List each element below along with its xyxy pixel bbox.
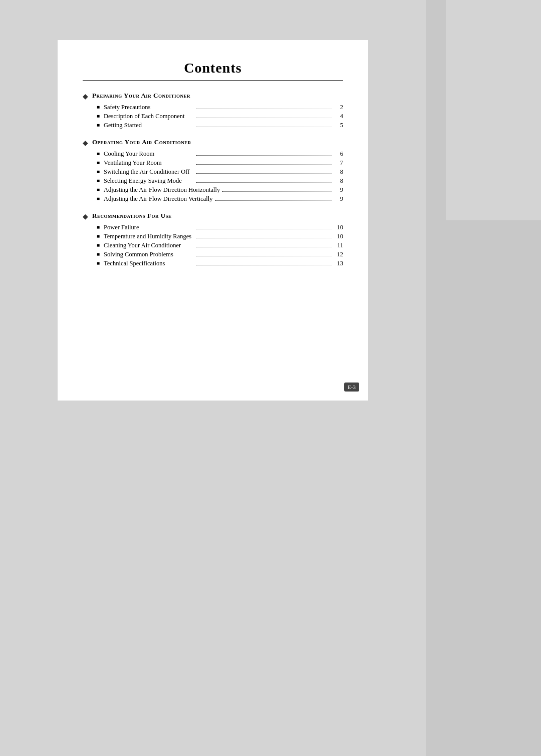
toc-sections: ◆Preparing Your Air Conditioner■Safety P… xyxy=(83,92,343,267)
toc-dots xyxy=(196,164,332,165)
section-preparing: ◆Preparing Your Air Conditioner■Safety P… xyxy=(83,92,343,129)
toc-item-text: Adjusting the Air Flow Direction Vertica… xyxy=(104,195,212,203)
toc-item-text: Cleaning Your Air Conditioner xyxy=(104,242,194,249)
page-title: Contents xyxy=(83,60,343,76)
toc-page-number: 8 xyxy=(334,177,343,185)
bullet-icon: ■ xyxy=(97,187,100,192)
toc-dots xyxy=(215,200,333,201)
toc-dots xyxy=(196,155,332,156)
toc-item: ■Getting Started5 xyxy=(97,122,343,129)
toc-page-number: 9 xyxy=(334,195,343,203)
toc-page-number: 7 xyxy=(334,159,343,167)
toc-dots xyxy=(196,173,332,174)
diamond-icon: ◆ xyxy=(83,92,88,101)
toc-item: ■Adjusting the Air Flow Direction Vertic… xyxy=(97,195,343,203)
diamond-icon: ◆ xyxy=(83,212,88,221)
toc-page-number: 10 xyxy=(334,224,343,231)
toc-page-number: 4 xyxy=(334,113,343,120)
section-recommendations-items: ■Power Failure10■Temperature and Humidit… xyxy=(97,224,343,267)
toc-item: ■Cleaning Your Air Conditioner11 xyxy=(97,242,343,249)
toc-dots xyxy=(196,256,332,256)
toc-item-text: Ventilating Your Room xyxy=(104,159,194,167)
toc-page-number: 5 xyxy=(334,122,343,129)
toc-item-text: Description of Each Component xyxy=(104,113,194,120)
toc-page-number: 6 xyxy=(334,150,343,158)
bullet-icon: ■ xyxy=(97,169,100,174)
section-operating-heading: ◆Operating Your Air Conditioner xyxy=(83,138,343,147)
toc-dots xyxy=(196,229,332,229)
bullet-icon: ■ xyxy=(97,104,100,110)
toc-item-text: Adjusting the Air Flow Direction Horizon… xyxy=(104,186,220,194)
bullet-icon: ■ xyxy=(97,242,100,248)
toc-page-number: 2 xyxy=(334,104,343,111)
right-sidebar xyxy=(426,0,541,756)
toc-dots xyxy=(196,182,332,183)
toc-item: ■Temperature and Humidity Ranges10 xyxy=(97,233,343,240)
toc-item-text: Solving Common Problems xyxy=(104,251,194,258)
toc-page-number: 13 xyxy=(334,260,343,267)
bullet-icon: ■ xyxy=(97,233,100,239)
toc-dots xyxy=(196,265,332,265)
toc-item: ■Switching the Air Conditioner Off8 xyxy=(97,168,343,176)
toc-item: ■Solving Common Problems12 xyxy=(97,251,343,258)
toc-item-text: Getting Started xyxy=(104,122,194,129)
right-sidebar-inner xyxy=(446,0,541,220)
toc-item: ■Description of Each Component4 xyxy=(97,113,343,120)
bullet-icon: ■ xyxy=(97,178,100,183)
bullet-icon: ■ xyxy=(97,151,100,156)
section-operating: ◆Operating Your Air Conditioner■Cooling … xyxy=(83,138,343,203)
toc-dots xyxy=(196,109,332,109)
bullet-icon: ■ xyxy=(97,160,100,165)
bullet-icon: ■ xyxy=(97,260,100,266)
section-preparing-items: ■Safety Precautions2■Description of Each… xyxy=(97,104,343,129)
toc-item: ■Power Failure10 xyxy=(97,224,343,231)
toc-item-text: Safety Precautions xyxy=(104,104,194,111)
toc-item-text: Cooling Your Room xyxy=(104,150,194,158)
toc-page-number: 9 xyxy=(334,186,343,194)
bullet-icon: ■ xyxy=(97,196,100,201)
toc-page-number: 10 xyxy=(334,233,343,240)
toc-dots xyxy=(196,238,332,238)
page-container: Contents ◆Preparing Your Air Conditioner… xyxy=(58,40,368,401)
section-operating-title: Operating Your Air Conditioner xyxy=(92,138,191,146)
toc-item-text: Selecting Energy Saving Mode xyxy=(104,177,194,185)
toc-item-text: Power Failure xyxy=(104,224,194,231)
toc-item-text: Technical Specifications xyxy=(104,260,194,267)
bullet-icon: ■ xyxy=(97,122,100,128)
toc-page-number: 8 xyxy=(334,168,343,176)
toc-page-number: 12 xyxy=(334,251,343,258)
section-recommendations-heading: ◆Recommendations For Use xyxy=(83,212,343,221)
toc-item: ■Safety Precautions2 xyxy=(97,104,343,111)
bullet-icon: ■ xyxy=(97,251,100,257)
toc-item-text: Temperature and Humidity Ranges xyxy=(104,233,194,240)
toc-dots xyxy=(196,127,332,127)
section-operating-items: ■Cooling Your Room6■Ventilating Your Roo… xyxy=(97,150,343,203)
toc-item: ■Ventilating Your Room7 xyxy=(97,159,343,167)
section-recommendations: ◆Recommendations For Use■Power Failure10… xyxy=(83,212,343,267)
section-preparing-title: Preparing Your Air Conditioner xyxy=(92,92,190,100)
diamond-icon: ◆ xyxy=(83,139,88,147)
toc-item-text: Switching the Air Conditioner Off xyxy=(104,168,194,176)
section-preparing-heading: ◆Preparing Your Air Conditioner xyxy=(83,92,343,101)
title-divider xyxy=(83,80,343,81)
section-recommendations-title: Recommendations For Use xyxy=(92,212,172,220)
page-number-badge: E-3 xyxy=(344,383,359,392)
bullet-icon: ■ xyxy=(97,224,100,230)
toc-dots xyxy=(196,118,332,118)
toc-item: ■Technical Specifications13 xyxy=(97,260,343,267)
toc-page-number: 11 xyxy=(334,242,343,249)
toc-item: ■Adjusting the Air Flow Direction Horizo… xyxy=(97,186,343,194)
toc-dots xyxy=(196,247,332,247)
toc-item: ■Selecting Energy Saving Mode8 xyxy=(97,177,343,185)
toc-dots xyxy=(222,191,332,192)
bullet-icon: ■ xyxy=(97,113,100,119)
toc-item: ■Cooling Your Room6 xyxy=(97,150,343,158)
